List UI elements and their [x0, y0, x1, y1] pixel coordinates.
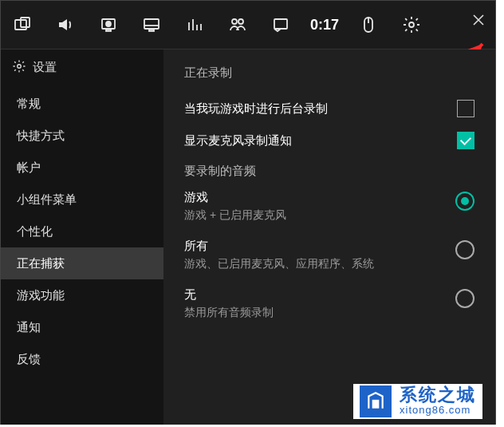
sidebar-item-general[interactable]: 常规 [1, 88, 163, 120]
watermark-title: 系统之城 [400, 386, 476, 404]
watermark: 系统之城 xitong86.com [353, 384, 482, 419]
settings-sidebar: 设置 常规 快捷方式 帐户 小组件菜单 个性化 正在捕获 游戏功能 通知 反馈 [1, 49, 163, 425]
audio-option-game-title: 游戏 [184, 190, 286, 205]
sidebar-item-shortcuts[interactable]: 快捷方式 [1, 120, 163, 152]
audio-option-all-radio[interactable] [455, 240, 474, 259]
background-recording-label: 当我玩游戏时进行后台录制 [184, 101, 328, 117]
close-button[interactable] [471, 13, 486, 30]
audio-option-all-title: 所有 [184, 239, 374, 254]
sidebar-item-feedback[interactable]: 反馈 [1, 343, 163, 375]
audio-option-game-sub: 游戏 + 已启用麦克风 [184, 208, 286, 223]
background-recording-row: 当我玩游戏时进行后台录制 [184, 100, 474, 117]
social-icon[interactable] [216, 1, 259, 49]
audio-option-none[interactable]: 无 禁用所有音频录制 [184, 287, 474, 320]
audio-option-all[interactable]: 所有 游戏、已启用麦克风、应用程序、系统 [184, 239, 474, 271]
display-icon[interactable] [130, 1, 173, 49]
svg-point-11 [409, 22, 414, 27]
svg-point-12 [18, 64, 22, 68]
svg-point-8 [238, 19, 243, 24]
audio-option-game[interactable]: 游戏 游戏 + 已启用麦克风 [184, 190, 474, 223]
gear-icon [12, 59, 26, 76]
mouse-icon[interactable] [347, 1, 390, 49]
audio-option-all-sub: 游戏、已启用麦克风、应用程序、系统 [184, 257, 374, 271]
audio-option-none-sub: 禁用所有音频录制 [184, 306, 274, 320]
settings-title: 设置 [33, 60, 57, 75]
settings-header: 设置 [1, 49, 163, 85]
game-bar-toolbar: 0:17 [1, 1, 495, 49]
audio-option-none-title: 无 [184, 287, 274, 302]
sidebar-item-account[interactable]: 帐户 [1, 152, 163, 184]
svg-rect-6 [149, 30, 154, 31]
sidebar-item-widgets[interactable]: 小组件菜单 [1, 184, 163, 215]
capture-icon[interactable] [87, 1, 130, 49]
sidebar-list: 常规 快捷方式 帐户 小组件菜单 个性化 正在捕获 游戏功能 通知 反馈 [1, 85, 163, 375]
svg-point-7 [232, 19, 237, 24]
svg-rect-1 [21, 18, 30, 27]
audio-icon[interactable] [44, 1, 87, 49]
settings-main: 正在录制 当我玩游戏时进行后台录制 显示麦克风录制通知 要录制的音频 游戏 游戏… [163, 49, 495, 425]
performance-icon[interactable] [173, 1, 216, 49]
svg-point-3 [106, 22, 111, 26]
background-recording-checkbox[interactable] [457, 100, 474, 117]
mic-notification-row: 显示麦克风录制通知 [184, 132, 474, 149]
svg-rect-13 [372, 400, 380, 409]
audio-group-title: 要录制的音频 [184, 164, 474, 179]
sidebar-item-capturing[interactable]: 正在捕获 [1, 247, 163, 279]
sidebar-item-gaming-features[interactable]: 游戏功能 [1, 279, 163, 311]
watermark-icon [360, 385, 392, 417]
recording-section-title: 正在录制 [184, 65, 474, 81]
watermark-url: xitong86.com [400, 404, 476, 417]
svg-rect-5 [144, 19, 159, 29]
svg-rect-4 [106, 30, 111, 31]
mic-notification-checkbox[interactable] [457, 132, 474, 149]
svg-rect-9 [274, 19, 287, 29]
audio-option-none-radio[interactable] [455, 289, 474, 308]
audio-option-game-radio[interactable] [455, 192, 474, 211]
sidebar-item-personalization[interactable]: 个性化 [1, 215, 163, 247]
mic-notification-label: 显示麦克风录制通知 [184, 133, 292, 148]
settings-icon[interactable] [390, 1, 433, 49]
recording-timer: 0:17 [302, 1, 347, 49]
sidebar-item-notifications[interactable]: 通知 [1, 311, 163, 343]
overlay-icon[interactable] [259, 1, 302, 49]
widgets-icon[interactable] [1, 1, 44, 49]
app-window: 0:17 设置 常规 快捷方式 帐户 小组件菜单 个性化 正在捕获 [0, 0, 496, 425]
settings-panel: 设置 常规 快捷方式 帐户 小组件菜单 个性化 正在捕获 游戏功能 通知 反馈 … [1, 49, 495, 425]
